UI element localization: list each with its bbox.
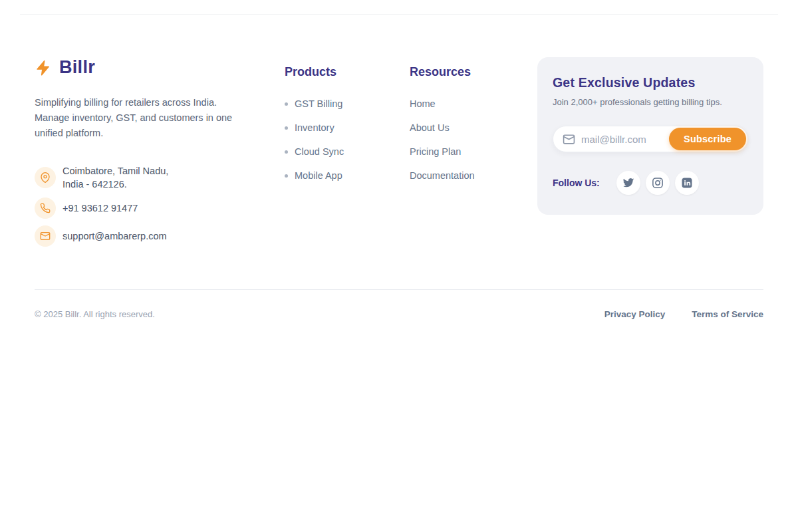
location-pin-icon bbox=[35, 167, 56, 188]
brand-name: Billr bbox=[59, 57, 95, 78]
link-cloud-sync[interactable]: Cloud Sync bbox=[285, 146, 367, 157]
link-home[interactable]: Home bbox=[410, 98, 509, 109]
newsletter-heading: Get Exclusive Updates bbox=[553, 75, 748, 90]
follow-us-label: Follow Us: bbox=[553, 178, 600, 188]
instagram-icon[interactable] bbox=[646, 171, 670, 195]
link-pricing-plan[interactable]: Pricing Plan bbox=[410, 146, 509, 157]
bottom-bar: © 2025 Billr. All rights reserved. Priva… bbox=[35, 290, 763, 319]
brand-logo: Billr bbox=[35, 57, 242, 78]
bullet-icon bbox=[285, 150, 288, 154]
contact-email-text: support@ambarerp.com bbox=[63, 229, 167, 243]
resources-column: Resources Home About Us Pricing Plan Doc… bbox=[410, 57, 509, 194]
contact-location: Coimbatore, Tamil Nadu, India - 642126. bbox=[35, 164, 242, 191]
mail-icon bbox=[35, 225, 56, 247]
terms-of-service-link[interactable]: Terms of Service bbox=[692, 309, 763, 319]
top-divider bbox=[20, 14, 778, 15]
linkedin-icon[interactable] bbox=[675, 171, 699, 195]
resources-heading: Resources bbox=[410, 65, 509, 79]
products-heading: Products bbox=[285, 65, 367, 79]
brand-description: Simplifying billing for retailers across… bbox=[35, 95, 242, 141]
newsletter-card: Get Exclusive Updates Join 2,000+ profes… bbox=[537, 57, 763, 215]
link-gst-billing[interactable]: GST Billing bbox=[285, 98, 367, 109]
newsletter-subtitle: Join 2,000+ professionals getting billin… bbox=[553, 97, 748, 107]
link-documentation[interactable]: Documentation bbox=[410, 170, 509, 181]
link-mobile-app[interactable]: Mobile App bbox=[285, 170, 367, 181]
products-column: Products GST Billing Inventory Cloud Syn… bbox=[285, 57, 367, 194]
legal-links: Privacy Policy Terms of Service bbox=[604, 309, 763, 319]
bullet-icon bbox=[285, 102, 288, 106]
bullet-icon bbox=[285, 126, 288, 130]
mail-icon bbox=[563, 133, 575, 146]
contact-phone[interactable]: +91 93612 91477 bbox=[35, 198, 242, 219]
site-footer: Billr Simplifying billing for retailers … bbox=[0, 57, 798, 319]
subscribe-button[interactable]: Subscribe bbox=[669, 128, 746, 150]
contact-location-text: Coimbatore, Tamil Nadu, India - 642126. bbox=[63, 164, 168, 191]
social-row: Follow Us: bbox=[553, 171, 748, 195]
bullet-icon bbox=[285, 174, 288, 178]
twitter-icon[interactable] bbox=[616, 171, 640, 195]
link-about-us[interactable]: About Us bbox=[410, 122, 509, 133]
phone-icon bbox=[35, 198, 56, 219]
contact-email[interactable]: support@ambarerp.com bbox=[35, 225, 242, 247]
contact-phone-text: +91 93612 91477 bbox=[63, 201, 138, 215]
copyright-text: © 2025 Billr. All rights reserved. bbox=[35, 309, 155, 319]
brand-column: Billr Simplifying billing for retailers … bbox=[35, 57, 242, 253]
link-inventory[interactable]: Inventory bbox=[285, 122, 367, 133]
contact-list: Coimbatore, Tamil Nadu, India - 642126. … bbox=[35, 164, 242, 247]
subscribe-form: Subscribe bbox=[553, 126, 748, 152]
privacy-policy-link[interactable]: Privacy Policy bbox=[604, 309, 666, 319]
lightning-bolt-icon bbox=[35, 58, 52, 78]
